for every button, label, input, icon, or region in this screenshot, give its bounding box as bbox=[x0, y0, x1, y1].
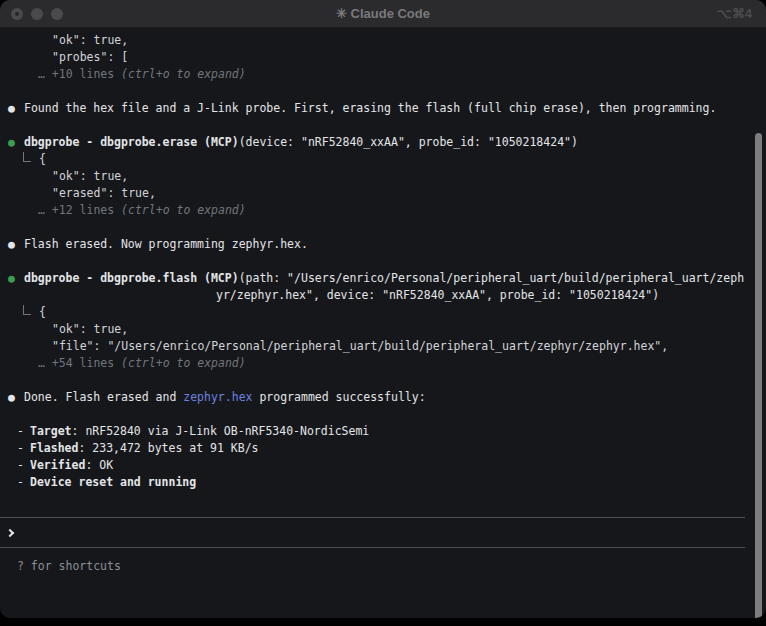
tool-bullet-icon: ● bbox=[8, 134, 24, 151]
assistant-message: ●Found the hex file and a J-Link probe. … bbox=[0, 100, 766, 117]
collapsed-lines-indicator: … +10 lines (ctrl+o to expand) bbox=[0, 66, 766, 83]
blank-line bbox=[0, 83, 766, 100]
blank-line bbox=[0, 117, 766, 134]
tool-args-continuation: yr/zephyr.hex", device: "nRF52840_xxAA",… bbox=[0, 287, 766, 304]
tool-result-line: "ok": true, bbox=[0, 321, 766, 338]
summary-item-reset: -Device reset and running bbox=[0, 474, 766, 491]
tool-name: dbgprobe - dbgprobe.erase (MCP) bbox=[24, 135, 239, 149]
window-shortcut-badge: ⌥⌘4 bbox=[717, 0, 752, 28]
tool-call-flash: ●dbgprobe - dbgprobe.flash (MCP)(path: "… bbox=[0, 270, 766, 287]
summary-item-target: -Target: nRF52840 via J-Link OB-nRF5340-… bbox=[0, 423, 766, 440]
shortcuts-hint: ? for shortcuts bbox=[0, 558, 766, 575]
tool-result-header: { bbox=[0, 151, 766, 168]
tool-bullet-icon: ● bbox=[8, 270, 24, 287]
claude-code-window: ✳ Claude Code ⌥⌘4 "ok": true, "probes": … bbox=[0, 0, 766, 618]
tool-result-elbow-icon bbox=[23, 152, 31, 162]
summary-item-flashed: -Flashed: 233,472 bytes at 91 KB/s bbox=[0, 440, 766, 457]
tool-result-line: "file": "/Users/enrico/Personal/peripher… bbox=[0, 338, 766, 355]
blank-line bbox=[0, 253, 766, 270]
terminal-content: "ok": true, "probes": [ … +10 lines (ctr… bbox=[0, 28, 766, 575]
tool-result-line: "ok": true, bbox=[0, 168, 766, 185]
tool-call-erase: ●dbgprobe - dbgprobe.erase (MCP)(device:… bbox=[0, 134, 766, 151]
blank-line bbox=[0, 372, 766, 389]
assistant-message-done: ●Done. Flash erased and zephyr.hex progr… bbox=[0, 389, 766, 406]
message-bullet-icon: ● bbox=[8, 389, 24, 406]
assistant-message: ●Flash erased. Now programming zephyr.he… bbox=[0, 236, 766, 253]
prompt-chevron-icon bbox=[6, 528, 14, 536]
scrollbar-thumb[interactable] bbox=[755, 133, 762, 618]
message-bullet-icon: ● bbox=[8, 100, 24, 117]
window-titlebar[interactable]: ✳ Claude Code ⌥⌘4 bbox=[0, 0, 766, 28]
prompt-input[interactable] bbox=[0, 517, 745, 548]
window-title: ✳ Claude Code bbox=[0, 0, 766, 28]
message-bullet-icon: ● bbox=[8, 236, 24, 253]
summary-item-verified: -Verified: OK bbox=[0, 457, 766, 474]
tool-result-line: "erased": true, bbox=[0, 185, 766, 202]
tool-result-elbow-icon bbox=[23, 305, 31, 315]
tool-args: (path: "/Users/enrico/Personal/periphera… bbox=[239, 271, 744, 285]
tool-args: (device: "nRF52840_xxAA", probe_id: "105… bbox=[239, 135, 578, 149]
tool-result-line: "ok": true, bbox=[0, 32, 766, 49]
collapsed-lines-indicator: … +54 lines (ctrl+o to expand) bbox=[0, 355, 766, 372]
blank-line bbox=[0, 219, 766, 236]
tool-result-header: { bbox=[0, 304, 766, 321]
zephyr-hex-link[interactable]: zephyr.hex bbox=[183, 390, 252, 404]
collapsed-lines-indicator: … +12 lines (ctrl+o to expand) bbox=[0, 202, 766, 219]
blank-line bbox=[0, 406, 766, 423]
tool-result-line: "probes": [ bbox=[0, 49, 766, 66]
tool-name: dbgprobe - dbgprobe.flash (MCP) bbox=[24, 271, 239, 285]
